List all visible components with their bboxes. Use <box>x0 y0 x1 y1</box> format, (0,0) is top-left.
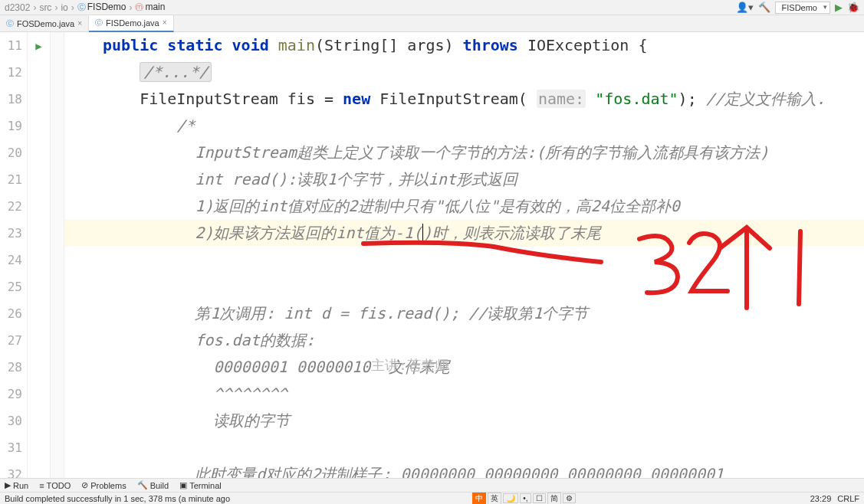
chevron-right-icon: › <box>33 2 36 13</box>
line-number[interactable]: 24 <box>0 247 22 273</box>
tab-label: FOSDemo.java <box>17 19 74 28</box>
ime-button[interactable]: •, <box>520 493 531 503</box>
breadcrumb-item[interactable]: io <box>61 2 67 13</box>
code-line[interactable]: 00000001 00000010 文件末尾 <box>64 354 864 381</box>
ime-button[interactable]: 简 <box>547 493 561 505</box>
line-number[interactable]: 11 <box>0 32 22 59</box>
breadcrumb-item-class[interactable]: FISDemo <box>77 2 126 13</box>
line-number[interactable]: 30 <box>0 407 22 434</box>
chevron-right-icon: › <box>71 2 74 13</box>
line-number[interactable]: 21 <box>0 166 22 193</box>
terminal-toolwindow-button[interactable]: ▣ Terminal <box>179 480 222 490</box>
code-line[interactable] <box>64 247 864 273</box>
fold-column <box>51 32 64 478</box>
java-file-icon: Ⓒ <box>95 18 103 28</box>
ime-bar: 中 英 🌙 •, ☐ 简 ⚙ <box>472 493 575 505</box>
line-number[interactable]: 18 <box>0 86 22 113</box>
code-line[interactable]: 第1次调用: int d = fis.read(); //读取第1个字节 <box>64 300 864 327</box>
ime-button[interactable]: 英 <box>488 493 501 505</box>
code-line[interactable]: fos.dat的数据: <box>64 327 864 354</box>
line-number[interactable]: 26 <box>0 300 22 327</box>
tab-fisdemo[interactable]: Ⓒ FISDemo.java × <box>89 15 174 32</box>
code-line[interactable]: public static void main(String[] args) t… <box>64 32 864 59</box>
toolbar-right: 👤▾ 🔨 FISDemo ▶ 🐞 <box>736 2 859 14</box>
code-line[interactable] <box>64 434 864 461</box>
code-line[interactable] <box>64 273 864 300</box>
code-line[interactable]: FileInputStream fis = new FileInputStrea… <box>64 86 864 113</box>
ime-button[interactable]: 🌙 <box>503 493 518 503</box>
run-config-dropdown[interactable]: FISDemo <box>775 2 830 14</box>
todo-toolwindow-button[interactable]: ≡ TODO <box>39 481 71 490</box>
navigation-bar: d2302 › src › io › FISDemo › main 👤▾ 🔨 F… <box>0 0 864 15</box>
java-file-icon: Ⓒ <box>6 18 14 29</box>
run-button[interactable]: ▶ <box>835 2 843 13</box>
tab-fosdemo[interactable]: Ⓒ FOSDemo.java × <box>0 16 89 31</box>
line-number[interactable]: 27 <box>0 327 22 354</box>
line-number[interactable]: 19 <box>0 113 22 139</box>
cursor-position[interactable]: 23:29 <box>810 494 832 503</box>
breadcrumb-item[interactable]: d2302 <box>5 2 30 13</box>
gutter-icons: ▶ <box>28 32 51 478</box>
code-line[interactable]: int read():读取1个字节，并以int形式返回 <box>64 166 864 193</box>
line-number[interactable]: 12 <box>0 59 22 86</box>
line-number[interactable]: 22 <box>0 193 22 220</box>
code-line[interactable]: 1)返回的int值对应的2进制中只有"低八位"是有效的，高24位全部补0 <box>64 193 864 220</box>
line-number[interactable]: 25 <box>0 273 22 300</box>
code-line[interactable]: /*...*/ <box>64 59 864 86</box>
line-number-gutter: 11 12 18 19 20 21 22 23 24 25 26 27 28 2… <box>0 32 28 478</box>
tool-window-bar: ▶ Run ≡ TODO ⊘ Problems 🔨 Build ▣ Termin… <box>0 478 864 492</box>
breadcrumb-item[interactable]: src <box>39 2 51 13</box>
line-number[interactable]: 20 <box>0 139 22 166</box>
code-content[interactable]: public static void main(String[] args) t… <box>64 32 864 478</box>
line-number[interactable]: 29 <box>0 381 22 407</box>
problems-toolwindow-button[interactable]: ⊘ Problems <box>81 480 126 490</box>
tab-label: FISDemo.java <box>106 18 159 28</box>
ime-button[interactable]: 中 <box>472 493 486 505</box>
debug-button[interactable]: 🐞 <box>847 2 859 13</box>
ime-button[interactable]: ⚙ <box>563 493 576 503</box>
breadcrumb: d2302 › src › io › FISDemo › main <box>5 2 736 13</box>
line-number[interactable]: 31 <box>0 434 22 461</box>
code-line-active[interactable]: 2)如果该方法返回的int值为-1()时，则表示流读取了末尾 <box>64 220 864 247</box>
code-line[interactable]: 读取的字节 <box>64 407 864 434</box>
code-line[interactable]: /* <box>64 113 864 139</box>
chevron-right-icon: › <box>54 2 57 13</box>
code-line[interactable]: 此时变量d对应的2进制样子: 00000000 00000000 0000000… <box>64 461 864 478</box>
ime-button[interactable]: ☐ <box>533 493 546 503</box>
chevron-right-icon: › <box>129 2 132 13</box>
line-number[interactable]: 23 <box>0 220 22 247</box>
close-icon[interactable]: × <box>163 18 167 27</box>
line-number[interactable]: 28 <box>0 354 22 381</box>
status-bar: Build completed successfully in 1 sec, 3… <box>0 492 864 504</box>
breadcrumb-item-method[interactable]: main <box>135 2 165 13</box>
code-line[interactable]: InputStream超类上定义了读取一个字节的方法:(所有的字节输入流都具有该… <box>64 139 864 166</box>
code-line[interactable]: ^^^^^^^^ <box>64 381 864 407</box>
editor-tabs: Ⓒ FOSDemo.java × Ⓒ FISDemo.java × <box>0 15 864 32</box>
run-toolwindow-button[interactable]: ▶ Run <box>5 480 28 490</box>
close-icon[interactable]: × <box>77 19 82 28</box>
run-gutter-icon[interactable]: ▶ <box>35 40 41 52</box>
user-icon[interactable]: 👤▾ <box>736 2 754 13</box>
line-separator[interactable]: CRLF <box>837 494 859 503</box>
code-editor[interactable]: 11 12 18 19 20 21 22 23 24 25 26 27 28 2… <box>0 32 864 478</box>
build-toolwindow-button[interactable]: 🔨 Build <box>137 480 169 490</box>
status-message: Build completed successfully in 1 sec, 3… <box>5 494 230 503</box>
fold-badge[interactable]: /*...*/ <box>140 62 212 82</box>
build-button[interactable]: 🔨 <box>758 2 770 13</box>
